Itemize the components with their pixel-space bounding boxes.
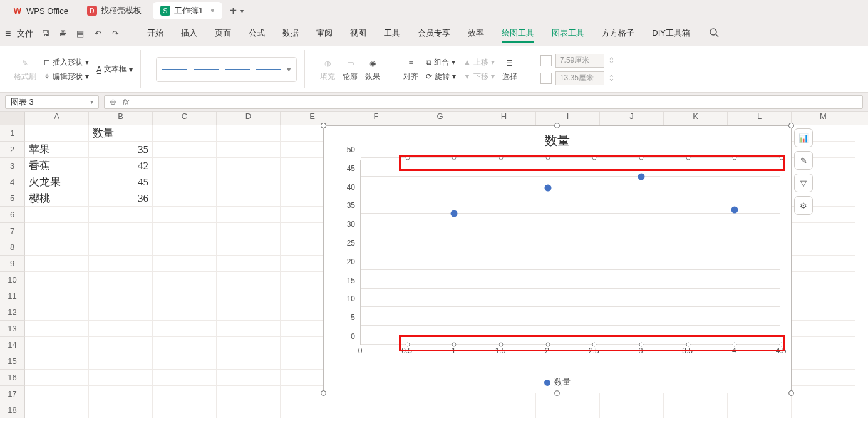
spreadsheet-grid[interactable]: ABCDEFGHIJKLM 1数量2苹果353香蕉424火龙果455樱桃3667… [0, 112, 868, 436]
cell[interactable] [153, 158, 217, 174]
row-header[interactable]: 13 [0, 321, 25, 337]
column-header[interactable]: E [281, 112, 344, 125]
row-header[interactable]: 16 [0, 370, 25, 386]
hamburger-icon[interactable]: ≡ [5, 28, 11, 39]
cell[interactable] [217, 288, 281, 304]
cell[interactable] [153, 304, 217, 321]
menu-tab[interactable]: 插入 [181, 25, 197, 43]
cell[interactable] [89, 223, 153, 239]
column-header[interactable]: H [472, 112, 536, 125]
cell[interactable] [792, 239, 855, 256]
cell[interactable] [153, 272, 217, 288]
cell[interactable] [217, 304, 281, 321]
line-style-option[interactable] [159, 60, 190, 79]
rotate-button[interactable]: ⟳旋转 ▾ [426, 71, 456, 82]
menu-tab[interactable]: DIY工具箱 [652, 25, 690, 43]
insert-shape-button[interactable]: ◻ 插入形状 ▾ [44, 57, 89, 68]
edit-shape-button[interactable]: ✧ 编辑形状 ▾ [44, 71, 89, 82]
cell[interactable] [89, 272, 153, 288]
column-header[interactable]: J [600, 112, 664, 125]
cell[interactable] [153, 337, 217, 353]
menu-tab[interactable]: 方方格子 [602, 25, 634, 43]
cell[interactable] [153, 207, 217, 223]
menu-tab[interactable]: 图表工具 [552, 25, 584, 43]
row-header[interactable]: 15 [0, 353, 25, 370]
select-all-corner[interactable] [0, 112, 25, 125]
app-tab-wps[interactable]: W WPS Office [5, 2, 76, 19]
stepper-icon[interactable]: ⇕ [608, 73, 615, 83]
cell[interactable] [25, 239, 89, 256]
menu-tab[interactable]: 工具 [384, 25, 400, 43]
cell[interactable] [153, 223, 217, 239]
text-box-button[interactable]: A̲ 文本框 ▾ [96, 64, 133, 75]
zoom-icon[interactable]: ⊕ [110, 97, 116, 106]
chevron-down-icon[interactable]: ▾ [90, 98, 93, 105]
row-header[interactable]: 1 [0, 125, 25, 142]
cell[interactable] [89, 337, 153, 353]
cell[interactable] [217, 321, 281, 337]
tab-menu-chevron-icon[interactable]: ▾ [240, 8, 244, 14]
name-box[interactable]: 图表 3 ▾ [5, 95, 99, 109]
cell[interactable] [792, 288, 855, 304]
cell[interactable] [792, 256, 855, 272]
cell[interactable] [217, 256, 281, 272]
cell[interactable] [153, 353, 217, 370]
cell[interactable] [89, 321, 153, 337]
cell[interactable] [89, 370, 153, 386]
chart-type-button[interactable]: 📊 [794, 128, 813, 147]
cell[interactable] [664, 402, 728, 418]
cell[interactable] [153, 142, 217, 158]
cell[interactable] [217, 174, 281, 190]
cell[interactable] [89, 353, 153, 370]
width-input[interactable] [555, 71, 604, 85]
cell[interactable] [89, 386, 153, 402]
cell[interactable] [153, 386, 217, 402]
menu-tab[interactable]: 数据 [282, 25, 299, 43]
cell[interactable] [792, 321, 855, 337]
data-point[interactable] [638, 173, 645, 180]
row-header[interactable]: 17 [0, 386, 25, 402]
cell[interactable] [89, 304, 153, 321]
line-style-option[interactable] [253, 60, 284, 79]
cell[interactable]: 35 [89, 142, 153, 158]
cell[interactable] [217, 272, 281, 288]
height-input[interactable] [555, 54, 604, 68]
cell[interactable]: 樱桃 [25, 190, 89, 207]
cell[interactable] [89, 256, 153, 272]
cell[interactable] [217, 353, 281, 370]
cell[interactable] [153, 370, 217, 386]
chart-filter-button[interactable]: ▽ [794, 174, 813, 192]
chart-title[interactable]: 数量 [324, 126, 791, 153]
row-header[interactable]: 14 [0, 337, 25, 353]
row-header[interactable]: 7 [0, 223, 25, 239]
data-point[interactable] [544, 184, 551, 191]
row-header[interactable]: 5 [0, 190, 25, 207]
cell[interactable] [89, 207, 153, 223]
chart-plot-area[interactable]: 05101520253035404550 00.511.522.533.544.… [341, 160, 785, 345]
cell[interactable]: 火龙果 [25, 174, 89, 190]
column-header[interactable]: D [217, 112, 281, 125]
column-header[interactable]: B [89, 112, 153, 125]
undo-icon[interactable]: ↶ [92, 28, 103, 39]
row-header[interactable]: 2 [0, 142, 25, 158]
menu-tab[interactable]: 审阅 [316, 25, 333, 43]
stepper-icon[interactable]: ⇕ [608, 56, 615, 65]
save-icon[interactable]: 🖫 [39, 28, 51, 39]
menu-tab[interactable]: 效率 [468, 25, 484, 43]
column-header[interactable]: A [25, 112, 89, 125]
cell[interactable] [217, 239, 281, 256]
app-tab-workbook[interactable]: S 工作簿1 • [153, 2, 222, 19]
cell[interactable] [153, 402, 217, 418]
menu-tab[interactable]: 开始 [147, 25, 163, 43]
cell[interactable] [153, 288, 217, 304]
cell[interactable] [153, 256, 217, 272]
data-point[interactable] [451, 210, 458, 217]
cell[interactable] [89, 239, 153, 256]
cell[interactable]: 36 [89, 190, 153, 207]
line-style-gallery[interactable]: ▾ [156, 57, 297, 82]
cell[interactable] [217, 337, 281, 353]
chart-settings-button[interactable]: ⚙ [794, 196, 813, 215]
cell[interactable] [25, 272, 89, 288]
cell[interactable] [217, 207, 281, 223]
chart-edit-button[interactable]: ✎ [794, 151, 813, 170]
